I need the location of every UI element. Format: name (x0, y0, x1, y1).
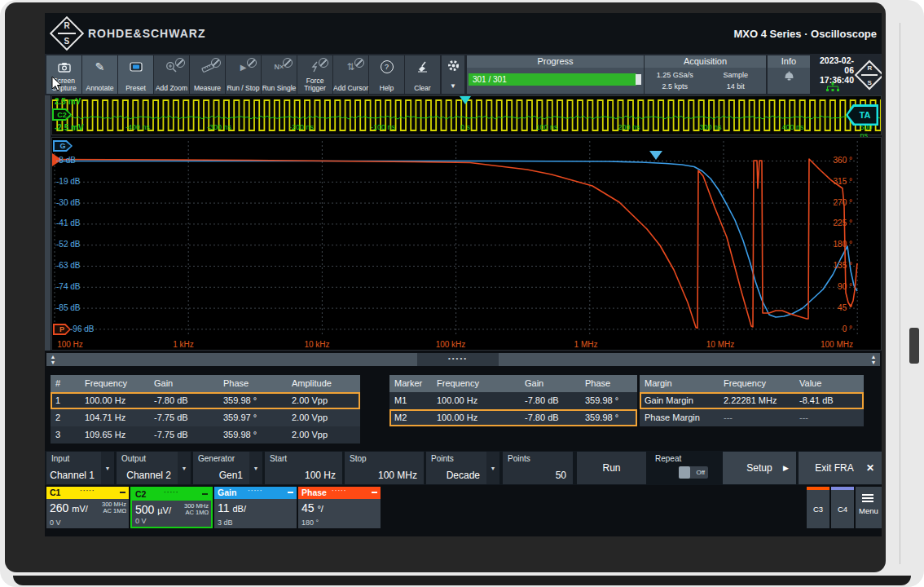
scroll-arrows-right[interactable]: ▲▼ (869, 354, 878, 365)
gain-trace-tag[interactable]: G (53, 140, 73, 152)
gain-tick: -96 dB (70, 324, 94, 333)
bode-svg (52, 138, 881, 350)
phase-tick: 135 ° (834, 261, 852, 270)
gain-badge[interactable]: Gain ····· 11 dB/ 3 dB (214, 487, 297, 528)
table-row[interactable]: M1 100.00 Hz -7.80 dB 359.98 ° (389, 392, 637, 409)
phase-header[interactable]: Phase ····· (298, 487, 381, 499)
minimize-icon[interactable] (372, 492, 377, 493)
exit-fra-button[interactable]: Exit FRA ✕ (799, 452, 882, 484)
minimize-icon[interactable] (120, 492, 125, 493)
record-length: 2.5 kpts (645, 81, 706, 92)
drag-handle-icon: ····· (332, 484, 346, 497)
gain-tick: -85 dB (56, 303, 80, 312)
preset-icon (118, 59, 153, 75)
table-row[interactable]: Phase Margin --- --- (640, 409, 864, 426)
freq-tick: 100 MHz (821, 340, 853, 349)
channel2-header[interactable]: C2 ····· (132, 488, 211, 501)
vertical-scrollbar[interactable] (45, 95, 51, 351)
preset-button[interactable]: Preset (118, 55, 153, 94)
force-trigger-button[interactable]: Force Trigger (297, 55, 332, 94)
add-zoom-button[interactable]: Add Zoom (154, 55, 189, 94)
device-edge-notch (909, 328, 919, 364)
gain-tick: -41 dB (56, 218, 80, 227)
marker-table: Marker Frequency Gain Phase M1 100.00 Hz… (389, 375, 637, 426)
repeat-toggle[interactable]: Off (679, 466, 708, 479)
acquisition-panel[interactable]: Acquisition 1.25 GSa/sSample 2.5 kpts14 … (645, 55, 766, 94)
time-tick: 0 s (460, 123, 470, 131)
margin-header-row: Margin Frequency Value (640, 375, 864, 392)
annotate-button[interactable]: ✎ Annotate (82, 55, 117, 94)
input-select[interactable]: Input Channel 1 (46, 452, 101, 484)
phase-tick: 225 ° (834, 218, 852, 227)
channel3-button[interactable]: C3 (807, 487, 829, 528)
arrow-right-icon: ▶ (783, 464, 789, 472)
progress-title: Progress (467, 55, 644, 68)
phase-trace-tag[interactable]: P (53, 324, 71, 335)
run-stop-button[interactable]: ▶ Run / Stop (226, 55, 261, 94)
phase-tick: 90 ° (838, 282, 852, 291)
output-select[interactable]: Output Channel 2 (117, 452, 178, 484)
clear-button[interactable]: Clear (405, 55, 440, 94)
table-row[interactable]: 2 104.71 Hz -7.75 dB 359.97 ° 2.00 Vpp (51, 409, 360, 426)
start-frequency-field[interactable]: Start 100 Hz (265, 452, 342, 484)
table-row[interactable]: 3 109.65 Hz -7.75 dB 359.98 ° 2.00 Vpp (51, 426, 360, 444)
menu-button[interactable]: Menu (856, 487, 882, 528)
acquisition-title: Acquisition (645, 55, 766, 68)
table-row[interactable]: Gain Margin 2.22281 MHz -8.41 dB (640, 392, 864, 409)
channel2-tag[interactable]: C2 (52, 108, 72, 121)
sample-rate: 1.25 GSa/s (645, 69, 706, 81)
strip-top-scale: 2.5 mV (55, 97, 81, 106)
phase-tick: 45 ° (838, 303, 852, 312)
generator-select[interactable]: Generator Gen1 (193, 452, 249, 484)
time-tick: -300 ns (207, 123, 231, 131)
points-mode-select[interactable]: Points Decade (426, 452, 486, 484)
horizontal-scrollbar[interactable]: ▲▼ ••••• ▲▼ (46, 353, 880, 366)
channel1-badge[interactable]: C1 ····· 260 mV/ 300 MHzAC 1MΩ 0 V (46, 487, 129, 528)
trigger-ta-tag[interactable]: TA (846, 104, 878, 126)
results-header-row: # Frequency Gain Phase Amplitude (51, 375, 360, 392)
add-cursor-button[interactable]: ⇅ Add Cursor (333, 55, 368, 94)
phase-badge[interactable]: Phase ····· 45 °/ 180 ° (298, 487, 381, 528)
gain-margin-marker-icon[interactable] (649, 151, 662, 160)
input-dropdown-arrow-icon[interactable]: ▼ (101, 452, 114, 484)
gain-tick: -30 dB (56, 198, 80, 207)
trigger-position-icon[interactable] (460, 96, 471, 104)
progress-panel: Progress 301 / 301 (467, 55, 644, 94)
info-panel[interactable]: Info (768, 55, 810, 94)
points-count-field[interactable]: Points 50 (503, 452, 573, 484)
waveform-strip[interactable]: 2.5 mV -2.5 mV C2 -400 ns -300 ns -200 n… (51, 95, 882, 135)
run-button[interactable]: Run (577, 452, 646, 484)
datetime-panel[interactable]: 2023-02-06 17:36:40 (812, 55, 854, 94)
points-dropdown-arrow-icon[interactable]: ▼ (486, 452, 499, 484)
minimize-icon[interactable] (288, 492, 293, 493)
measure-button[interactable]: Measure (190, 55, 225, 94)
scroll-handle[interactable]: ••••• (417, 353, 499, 366)
generator-dropdown-arrow-icon[interactable]: ▼ (249, 452, 262, 484)
stop-frequency-field[interactable]: Stop 100 MHz (345, 452, 424, 484)
scroll-arrows-left[interactable]: ▲▼ (48, 354, 58, 365)
progress-handle[interactable] (636, 74, 641, 85)
time-tick: 300 ns (699, 123, 721, 131)
table-row[interactable]: M2 100.00 Hz -7.80 dB 359.98 ° (389, 409, 637, 426)
setup-button[interactable]: Setup ▶ (723, 452, 796, 484)
run-single-button[interactable]: N× Run Single (262, 55, 297, 94)
channel2-badge[interactable]: C2 ····· 500 µV/ 300 MHzAC 1MΩ 0 V (130, 487, 213, 528)
toolbar-settings[interactable]: ▼ (442, 55, 464, 94)
table-row[interactable]: 1 100.00 Hz -7.80 dB 359.98 ° 2.00 Vpp (51, 392, 360, 409)
channel4-button[interactable]: C4 (831, 487, 854, 528)
channel1-header[interactable]: C1 ····· (46, 487, 129, 499)
help-button[interactable]: ? Help (369, 55, 404, 94)
bode-plot[interactable]: G P -8 dB -19 dB -30 dB -41 dB -52 dB -6… (51, 137, 882, 351)
gain-tick: -74 dB (56, 282, 80, 291)
gain-header[interactable]: Gain ····· (214, 487, 297, 499)
gain-tick: -19 dB (56, 177, 80, 186)
rs-logo-icon: R S (50, 16, 84, 51)
acquisition-values: 1.25 GSa/sSample 2.5 kpts14 bit (645, 69, 766, 92)
freq-tick: 1 MHz (574, 340, 598, 349)
gain-tick: -8 dB (56, 156, 76, 165)
minimize-icon[interactable] (202, 493, 208, 495)
output-dropdown-arrow-icon[interactable]: ▼ (178, 452, 191, 484)
gain-tick: -52 dB (56, 240, 80, 249)
oscilloscope-screen: R S ROHDE&SCHWARZ MXO 4 Series · Oscillo… (45, 13, 882, 536)
disabled-icon (354, 58, 364, 68)
